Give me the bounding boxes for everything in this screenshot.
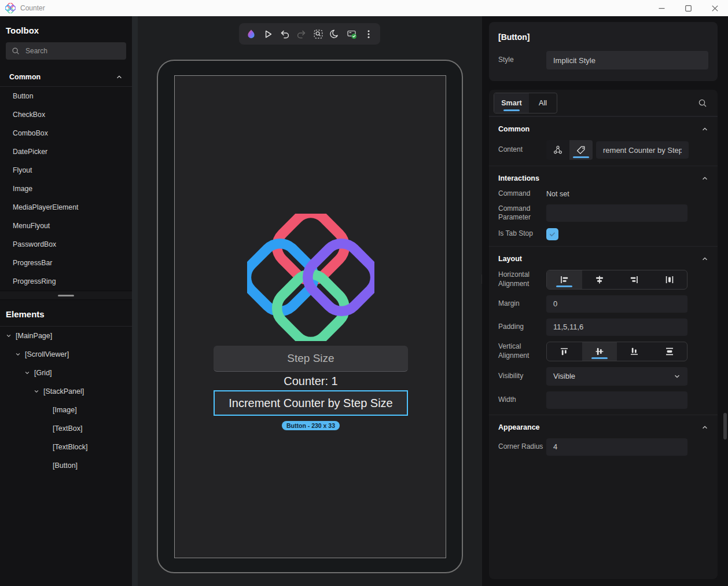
tab-smart[interactable]: Smart	[494, 93, 529, 113]
play-button[interactable]	[260, 27, 275, 42]
vertical-alignment-label: Vertical Alignment	[498, 342, 546, 360]
counter-textblock[interactable]: Counter: 1	[175, 375, 447, 388]
search-icon	[12, 47, 20, 55]
selected-element-name: [Button]	[498, 32, 708, 42]
scrollbar-thumb[interactable]	[723, 413, 727, 440]
device-screen[interactable]: Step Size Counter: 1 Increment Counter b…	[174, 75, 446, 558]
tree-item-stackpanel[interactable]: [StackPanel]	[0, 382, 132, 401]
hot-reload-button[interactable]	[244, 27, 259, 42]
style-label: Style	[498, 56, 546, 65]
toolbox-item-flyout[interactable]: Flyout	[0, 161, 132, 180]
halign-center-button[interactable]	[582, 270, 617, 289]
redo-button[interactable]	[294, 27, 309, 42]
tree-item-mainpage[interactable]: [MainPage]	[0, 327, 132, 345]
tree-item-grid[interactable]: [Grid]	[0, 364, 132, 382]
selection-size-badge-wrap: Button - 230 x 33	[175, 421, 447, 430]
toolbox-item-progressring[interactable]: ProgressRing	[0, 272, 132, 291]
halign-left-button[interactable]	[547, 270, 582, 289]
kebab-menu-icon	[363, 28, 374, 40]
close-button[interactable]	[701, 0, 728, 16]
toolbox-item-button[interactable]: Button	[0, 87, 132, 105]
margin-input[interactable]	[546, 295, 687, 313]
section-layout: Layout Horizontal Alignment	[489, 246, 718, 415]
toolbox-item-combobox[interactable]: ComboBox	[0, 124, 132, 142]
width-input[interactable]	[546, 391, 687, 409]
chevron-down-icon	[674, 373, 681, 380]
app-logo-icon	[5, 3, 16, 13]
toolbox-title: Toolbox	[0, 16, 132, 42]
command-parameter-label: Command Parameter	[498, 204, 546, 222]
chevron-down-icon[interactable]	[6, 333, 16, 339]
toolbox-item-datepicker[interactable]: DatePicker	[0, 142, 132, 161]
tree-item-textblock[interactable]: [TextBlock]	[0, 438, 132, 456]
uno-platform-logo[interactable]	[247, 214, 374, 341]
tree-item-textbox[interactable]: [TextBox]	[0, 419, 132, 438]
visibility-select[interactable]: Visible	[546, 367, 687, 386]
maximize-button[interactable]	[675, 0, 701, 16]
panel-splitter[interactable]	[0, 291, 132, 300]
vertical-alignment-group	[546, 342, 687, 361]
search-input[interactable]	[25, 47, 112, 55]
content-input[interactable]	[596, 141, 689, 159]
valign-top-button[interactable]	[547, 342, 582, 361]
zoom-selection-button[interactable]	[311, 27, 326, 42]
properties-search-icon[interactable]	[698, 98, 707, 108]
maximize-icon	[685, 5, 692, 12]
padding-label: Padding	[498, 323, 546, 332]
sidebar-gutter[interactable]	[132, 16, 138, 586]
valign-center-button[interactable]	[582, 342, 617, 361]
more-options-button[interactable]	[361, 27, 376, 42]
halign-right-button[interactable]	[617, 270, 652, 289]
toolbox-item-passwordbox[interactable]: PasswordBox	[0, 235, 132, 254]
settings-status-button[interactable]	[344, 27, 359, 42]
settings-check-icon	[346, 28, 358, 40]
splitter-handle-icon	[58, 295, 74, 296]
selection-size-badge: Button - 230 x 33	[282, 421, 340, 430]
content-binding-toggle[interactable]	[546, 140, 569, 160]
toolbox-item-checkbox[interactable]: CheckBox	[0, 105, 132, 124]
tree-item-button[interactable]: [Button]	[0, 456, 132, 475]
minimize-button[interactable]	[648, 0, 675, 16]
is-tab-stop-checkbox[interactable]	[546, 228, 558, 240]
horizontal-alignment-group	[546, 270, 687, 290]
chevron-up-icon	[116, 74, 123, 80]
tree-item-image[interactable]: [Image]	[0, 401, 132, 419]
section-appearance-header[interactable]: Appearance	[489, 415, 718, 438]
left-sidebar: Toolbox Common Button CheckBox ComboBox …	[0, 16, 132, 586]
step-size-textbox[interactable]: Step Size	[214, 346, 408, 372]
theme-toggle-button[interactable]	[328, 27, 343, 42]
command-label: Command	[498, 189, 546, 199]
corner-radius-input[interactable]	[546, 438, 687, 456]
section-layout-header[interactable]: Layout	[489, 247, 718, 270]
toolbox-item-mediaplayerelement[interactable]: MediaPlayerElement	[0, 198, 132, 217]
chevron-down-icon[interactable]	[34, 389, 43, 394]
increment-button-selected[interactable]: Increment Counter by Step Size	[214, 390, 408, 416]
toolbox-item-menuflyout[interactable]: MenuFlyout	[0, 217, 132, 235]
style-input[interactable]	[546, 51, 708, 69]
toolbox-item-progressbar[interactable]: ProgressBar	[0, 254, 132, 272]
play-icon	[262, 28, 274, 40]
command-value[interactable]: Not set	[546, 190, 569, 198]
elements-title: Elements	[0, 300, 132, 326]
padding-input[interactable]	[546, 318, 687, 336]
visibility-label: Visibility	[498, 372, 546, 381]
section-appearance: Appearance Corner Radius	[489, 415, 718, 462]
toolbox-group-common[interactable]: Common	[0, 68, 132, 87]
toolbox-search[interactable]	[6, 42, 126, 60]
chevron-down-icon[interactable]	[24, 370, 34, 376]
valign-stretch-button[interactable]	[652, 342, 687, 361]
section-common-header[interactable]: Common	[489, 117, 718, 140]
toolbox-item-image[interactable]: Image	[0, 180, 132, 198]
tab-all[interactable]: All	[529, 93, 557, 113]
halign-stretch-button[interactable]	[652, 270, 687, 289]
content-literal-toggle[interactable]	[569, 140, 593, 160]
device-frame: Step Size Counter: 1 Increment Counter b…	[157, 60, 463, 573]
command-parameter-input[interactable]	[546, 204, 687, 222]
tree-item-scrollviewer[interactable]: [ScrollViewer]	[0, 345, 132, 364]
undo-button[interactable]	[277, 27, 292, 42]
valign-bottom-button[interactable]	[617, 342, 652, 361]
chevron-down-icon[interactable]	[15, 351, 25, 357]
chevron-up-icon	[701, 424, 708, 431]
chevron-up-icon	[701, 175, 708, 182]
section-interactions-header[interactable]: Interactions	[489, 166, 718, 189]
